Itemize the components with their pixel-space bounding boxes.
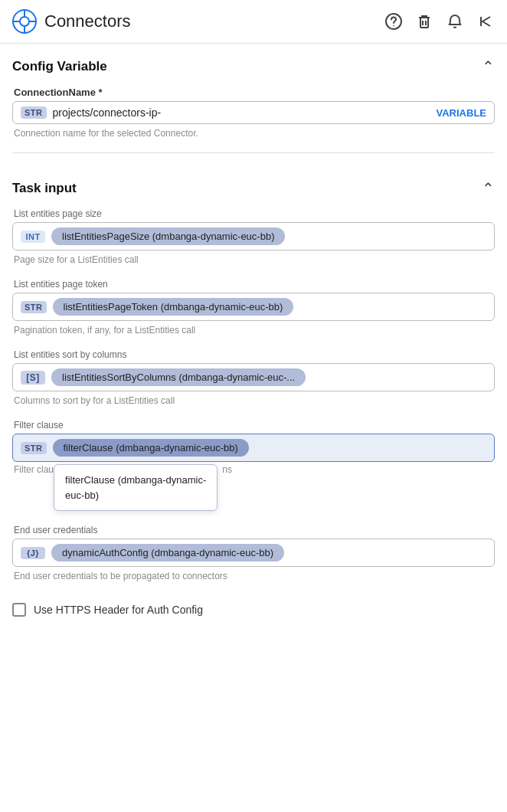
connection-name-hint: Connection name for the selected Connect… — [14, 128, 495, 139]
connection-name-input-row[interactable]: STR projects/connectors-ip- VARIABLE — [12, 101, 495, 124]
tooltip-container: filterClause (dmbanga-dynamic- euc-bb) — [54, 464, 218, 511]
field-value-4: dynamicAuthConfig (dmbanga-dynamic-euc-b… — [51, 544, 284, 562]
https-auth-checkbox-row[interactable]: Use HTTPS Header for Auth Config — [12, 595, 495, 629]
field-hint-2: Columns to sort by for a ListEntities ca… — [14, 395, 495, 406]
field-value-1: listEntitiesPageToken (dmbanga-dynamic-e… — [53, 298, 294, 316]
field-hint-3: Filter clau — [14, 464, 54, 475]
field-label-4: End user credentials — [14, 525, 495, 535]
bell-icon[interactable] — [446, 12, 464, 31]
field-label-0: List entities page size — [14, 208, 495, 219]
trash-icon[interactable] — [415, 12, 433, 31]
field-input-row-2[interactable]: [S] listEntitiesSortByColumns (dmbanga-d… — [12, 363, 495, 391]
filter-clause-tooltip: filterClause (dmbanga-dynamic- euc-bb) — [54, 464, 218, 511]
field-group-1: List entities page token STR listEntitie… — [12, 279, 495, 336]
field-hint-0: Page size for a ListEntities call — [14, 254, 495, 265]
field-input-row-3[interactable]: STR filterClause (dmbanga-dynamic-euc-bb… — [12, 434, 495, 462]
chevron-up-icon[interactable]: ⌃ — [482, 57, 495, 76]
field-group-2: List entities sort by columns [S] listEn… — [12, 349, 495, 406]
header-actions — [384, 12, 495, 31]
connection-name-value: projects/connectors-ip- — [53, 106, 430, 119]
task-input-header: Task input ⌃ — [12, 165, 495, 208]
config-variable-header: Config Variable ⌃ — [12, 44, 495, 87]
page-title: Connectors — [44, 11, 377, 31]
field-hint-4: End user credentials to be propagated to… — [14, 571, 495, 581]
chevron-up-icon-2[interactable]: ⌃ — [482, 179, 495, 198]
field-type-badge-4: {J} — [21, 547, 45, 559]
help-circle-icon[interactable] — [384, 12, 403, 31]
svg-point-1 — [20, 17, 29, 26]
field-label-2: List entities sort by columns — [14, 349, 495, 360]
connection-name-label: ConnectionName * — [14, 87, 495, 98]
field-label-1: List entities page token — [14, 279, 495, 290]
field-hint-3-suffix: ns — [222, 464, 232, 475]
field-type-badge-2: [S] — [21, 371, 45, 385]
config-variable-section: Config Variable ⌃ ConnectionName * STR p… — [0, 44, 507, 139]
section-divider-1 — [12, 152, 495, 153]
task-input-section: Task input ⌃ List entities page size INT… — [0, 165, 507, 629]
field-type-badge-0: INT — [21, 231, 45, 243]
config-variable-title: Config Variable — [12, 59, 107, 74]
field-hint-1: Pagination token, if any, for a ListEnti… — [14, 325, 495, 336]
field-value-2: listEntitiesSortByColumns (dmbanga-dynam… — [51, 368, 306, 386]
collapse-panel-icon[interactable] — [476, 12, 495, 31]
field-group-0: List entities page size INT listEntities… — [12, 208, 495, 265]
field-group-3: Filter clause STR filterClause (dmbanga-… — [12, 420, 495, 511]
connector-logo-icon — [12, 9, 37, 34]
field-type-badge-3: STR — [21, 442, 47, 454]
field-type-badge-1: STR — [21, 301, 47, 313]
connection-name-type-badge: STR — [21, 106, 47, 119]
field-value-0: listEntitiesPageSize (dmbanga-dynamic-eu… — [51, 228, 285, 245]
variable-button[interactable]: VARIABLE — [437, 107, 486, 119]
field-input-row-4[interactable]: {J} dynamicAuthConfig (dmbanga-dynamic-e… — [12, 539, 495, 567]
svg-point-7 — [393, 25, 394, 27]
https-auth-checkbox[interactable] — [12, 603, 26, 617]
svg-rect-8 — [420, 18, 428, 28]
filter-hint-row: Filter clau filterClause (dmbanga-dynami… — [12, 464, 495, 511]
field-label-3: Filter clause — [14, 420, 495, 431]
field-input-row-1[interactable]: STR listEntitiesPageToken (dmbanga-dynam… — [12, 293, 495, 321]
field-value-3: filterClause (dmbanga-dynamic-euc-bb) — [53, 439, 249, 457]
task-input-title: Task input — [12, 181, 77, 196]
field-input-row-0[interactable]: INT listEntitiesPageSize (dmbanga-dynami… — [12, 222, 495, 250]
field-group-4: End user credentials {J} dynamicAuthConf… — [12, 525, 495, 581]
https-auth-label: Use HTTPS Header for Auth Config — [34, 604, 203, 616]
app-header: Connectors — [0, 0, 507, 44]
connection-name-field-group: ConnectionName * STR projects/connectors… — [12, 87, 495, 139]
